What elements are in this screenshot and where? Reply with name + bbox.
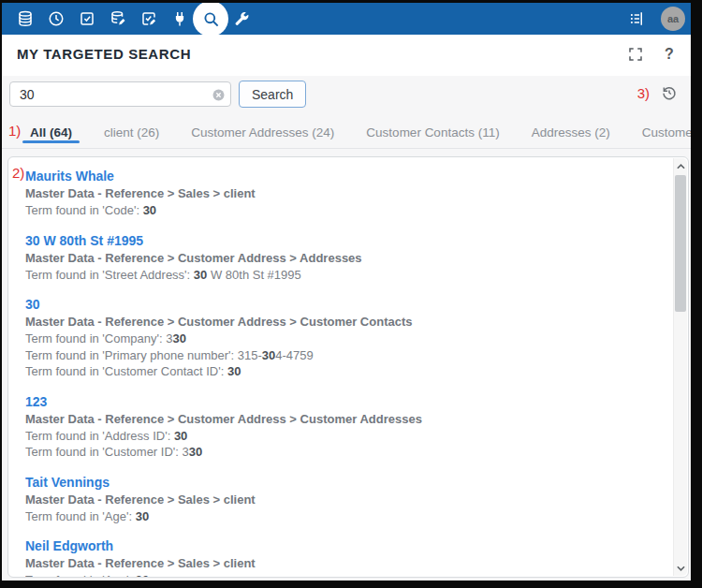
active-tool-highlight (193, 3, 228, 37)
result-term-line: Term found in 'Street Address': 30 W 80t… (25, 267, 667, 284)
result-item: 30Master Data - Reference > Customer Add… (25, 295, 667, 380)
result-term-line: Term found in 'Code': 30 (25, 202, 667, 219)
result-title-link[interactable]: Tait Vennings (25, 473, 667, 492)
help-icon[interactable]: ? (661, 46, 678, 63)
result-title-link[interactable]: 30 W 80th St #1995 (25, 231, 667, 250)
result-term-line: Term found in 'Customer ID': 330 (25, 444, 667, 461)
scrollbar-thumb[interactable] (675, 175, 686, 312)
result-breadcrumb: Master Data - Reference > Sales > client (25, 555, 667, 572)
user-avatar[interactable]: aa (661, 7, 685, 31)
result-item: Maurits WhaleMaster Data - Reference > S… (25, 167, 667, 219)
result-item: 30 W 80th St #1995Master Data - Referenc… (25, 231, 667, 284)
results-panel: 2) Maurits WhaleMaster Data - Reference … (7, 156, 689, 578)
task-check-icon[interactable] (71, 3, 102, 35)
annotation-2: 2) (12, 165, 24, 181)
tab-client-26[interactable]: client (26) (104, 117, 159, 148)
result-item: 123Master Data - Reference > Customer Ad… (25, 392, 667, 461)
result-term-line: Term found in 'Address ID': 30 (25, 428, 667, 445)
result-term-line: Term found in 'Age': 30 (25, 572, 667, 577)
result-term-line: Term found in 'Age': 30 (25, 508, 667, 525)
app-window: aa MY TARGETED SEARCH ? Search 3) (2, 3, 691, 581)
result-title-link[interactable]: Neil Edgworth (25, 537, 667, 555)
expand-icon[interactable] (627, 46, 644, 63)
page-header: MY TARGETED SEARCH ? (2, 35, 691, 76)
database-icon[interactable] (9, 3, 40, 35)
result-breadcrumb: Master Data - Reference > Customer Addre… (25, 411, 667, 428)
result-term-line: Term found in 'Company': 330 (25, 331, 667, 347)
tab-customers-1[interactable]: Customers (1) (642, 117, 691, 148)
result-title-link[interactable]: Maurits Whale (25, 167, 667, 185)
search-input[interactable] (9, 81, 231, 107)
task-edit-icon[interactable] (133, 3, 164, 35)
search-row: Search 3) (2, 76, 691, 115)
search-icon-active[interactable] (195, 3, 226, 35)
result-item: Neil EdgworthMaster Data - Reference > S… (25, 537, 667, 577)
clock-icon[interactable] (40, 3, 71, 35)
result-term-line: Term found in 'Customer Contact ID': 30 (25, 363, 667, 380)
scroll-up-icon[interactable] (674, 159, 688, 173)
tab-addresses-2[interactable]: Addresses (2) (532, 117, 610, 148)
plug-icon[interactable] (164, 3, 195, 35)
result-breadcrumb: Master Data - Reference > Sales > client (25, 492, 667, 508)
top-navigation-bar: aa (2, 3, 691, 35)
page-title: MY TARGETED SEARCH (17, 46, 191, 62)
result-title-link[interactable]: 30 (25, 295, 667, 314)
scroll-down-icon[interactable] (674, 561, 688, 575)
scrollbar[interactable] (673, 158, 687, 576)
tab-customer-contacts-11[interactable]: Customer Contacts (11) (366, 117, 499, 148)
search-button[interactable]: Search (239, 81, 306, 108)
database-edit-icon[interactable] (102, 3, 133, 35)
result-breadcrumb: Master Data - Reference > Sales > client (25, 185, 667, 202)
results-tabs-row: 1) All (64)client (26)Customer Addresses… (2, 117, 691, 149)
result-title-link[interactable]: 123 (25, 392, 667, 411)
annotation-1: 1) (8, 123, 21, 139)
result-item: Tait VenningsMaster Data - Reference > S… (25, 473, 667, 525)
result-term-line: Term found in 'Primary phone number': 31… (25, 347, 667, 364)
history-undo-icon[interactable] (661, 84, 678, 101)
list-details-icon[interactable] (621, 3, 651, 35)
tab-all-64[interactable]: All (64) (30, 117, 72, 148)
tab-customer-addresses-24[interactable]: Customer Addresses (24) (191, 117, 334, 148)
results-list: Maurits WhaleMaster Data - Reference > S… (25, 167, 667, 577)
result-breadcrumb: Master Data - Reference > Customer Addre… (25, 314, 667, 331)
clear-x-icon[interactable] (212, 88, 225, 100)
annotation-3: 3) (637, 85, 650, 101)
wrench-icon[interactable] (226, 3, 256, 35)
result-breadcrumb: Master Data - Reference > Customer Addre… (25, 250, 667, 267)
content-area: Search 3) 1) All (64)client (26)Customer… (2, 76, 691, 581)
